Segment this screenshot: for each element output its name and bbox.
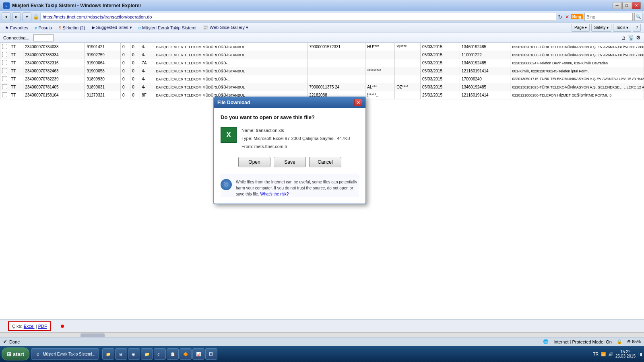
- row-checkbox[interactable]: [2, 52, 7, 57]
- branch-cell: BAHÇELİEVLER TELEKOM MÜDÜRLÜĞÜ-İSTANBUL: [154, 43, 308, 51]
- close-button[interactable]: ✕: [632, 2, 641, 9]
- file-download-dialog: File Download ✕ Do you want to open or s…: [213, 97, 366, 204]
- printer-icon[interactable]: 🖨: [621, 35, 626, 41]
- globe-icon: 🌐: [543, 339, 549, 344]
- taskbar-item-2[interactable]: 🖥: [115, 348, 127, 360]
- web-slice-icon: 📰: [203, 25, 208, 30]
- brand-cell: TT: [9, 43, 23, 51]
- show-desktop-icon[interactable]: ▮: [638, 352, 642, 356]
- brand-cell: TT: [9, 51, 23, 59]
- col3-cell: 0: [121, 91, 130, 99]
- help-button[interactable]: ?: [633, 24, 641, 32]
- col3-cell: 0: [121, 51, 130, 59]
- minimize-button[interactable]: ─: [613, 2, 621, 9]
- taskbar-ie-item[interactable]: e Müşteri Evrak Takip Sistemi...: [31, 348, 99, 360]
- num-cell: 13460192485: [460, 43, 510, 51]
- name1-cell: [365, 59, 395, 67]
- maximize-button[interactable]: □: [622, 2, 631, 9]
- safety-button[interactable]: Safety ▾: [591, 24, 611, 32]
- date-cell: 05/03/2015: [420, 83, 460, 91]
- address-input[interactable]: [41, 13, 556, 21]
- dialog-question: Do you want to open or save this file?: [221, 114, 359, 120]
- taskbar-item-4[interactable]: 📁: [141, 348, 153, 360]
- pdf-link[interactable]: PDF: [38, 324, 47, 329]
- taskbar-item-8[interactable]: 📊: [192, 348, 204, 360]
- num-cell: 121160191414: [460, 91, 510, 99]
- name2-cell: [395, 59, 421, 67]
- taskbar-item-7[interactable]: 🔶: [180, 348, 192, 360]
- horizontal-scrollbar[interactable]: [80, 333, 105, 337]
- stop-icon[interactable]: ✕: [565, 14, 569, 20]
- taskbar-icon-2: 🖥: [119, 352, 123, 356]
- table-row: TT 234000070784038 91901421 0 0 4- BAHÇE…: [0, 43, 644, 51]
- clock-time: 15:22: [620, 350, 630, 354]
- tools-button[interactable]: Tools ▾: [613, 24, 631, 32]
- windows-logo: ⊞: [7, 351, 11, 357]
- cancel-button[interactable]: Cancel: [309, 157, 341, 167]
- taskbar-item-6[interactable]: 📋: [167, 348, 179, 360]
- num-cell: 13460192485: [460, 59, 510, 67]
- favorites-button[interactable]: ★ Favorites: [3, 25, 30, 31]
- open-button[interactable]: Open: [238, 157, 270, 167]
- taskbar-item-5[interactable]: e: [154, 348, 166, 360]
- taskbar-item-1[interactable]: 📁: [102, 348, 114, 360]
- settings-icon[interactable]: ⚙: [636, 35, 641, 41]
- row-checkbox[interactable]: [2, 68, 7, 73]
- start-button[interactable]: ⊞ start: [2, 348, 29, 360]
- date-cell: 25/02/2015: [420, 91, 460, 99]
- col3-cell: 0: [121, 83, 130, 91]
- row-checkbox[interactable]: [2, 92, 7, 97]
- taskbar-item-3[interactable]: ◉: [128, 348, 140, 360]
- search-input[interactable]: [584, 13, 633, 21]
- branch-cell: BAHÇELİEVLER TELEKOM MÜDÜRLÜĞÜ-İSTANBUL: [154, 67, 308, 75]
- desc-cell: 001-Kimlik, 0220120708245-Telefon İptal …: [510, 67, 644, 75]
- status-input[interactable]: [33, 34, 54, 41]
- favorites-sirketim[interactable]: S Şirketim (2): [57, 25, 87, 31]
- web-slice-gallery[interactable]: 📰 Web Slice Gallery ▾: [201, 25, 250, 31]
- taskbar: ⊞ start e Müşteri Evrak Takip Sistemi...…: [0, 346, 644, 362]
- file-name: transaction.xls: [256, 128, 284, 133]
- row-checkbox[interactable]: [2, 44, 7, 49]
- taskbar-item-9[interactable]: 🎞: [205, 348, 217, 360]
- row-checkbox[interactable]: [2, 84, 7, 89]
- suggested-sites[interactable]: ▶ Suggested Sites ▾: [90, 25, 134, 31]
- num-cell: 13460192485: [460, 83, 510, 91]
- name2-cell: [395, 51, 421, 59]
- branch-cell: BAHÇELİEVLER TELEKOM MÜDÜRLÜĞÜ-...: [154, 75, 308, 83]
- tel-cell: [308, 75, 365, 83]
- id1-cell: 234000070784038: [23, 43, 85, 51]
- refresh-icon[interactable]: ↻: [558, 14, 563, 20]
- id2-cell: 91902759: [85, 51, 121, 59]
- num-cell: 110001222: [460, 51, 510, 59]
- rss-icon[interactable]: 📡: [628, 35, 634, 41]
- row-checkbox[interactable]: [2, 76, 7, 81]
- status-right: 🌐 Internet | Protected Mode: On 🔒 ⊕ 85%: [543, 339, 641, 344]
- row-checkbox[interactable]: [2, 60, 7, 65]
- risk-link[interactable]: What's the risk?: [260, 192, 289, 196]
- id2-cell: 91901421: [85, 43, 121, 51]
- back-button[interactable]: ◄: [2, 12, 10, 21]
- col5-cell: 4-: [140, 51, 154, 59]
- excel-link[interactable]: Excel: [24, 324, 35, 329]
- musteri-icon: e: [138, 25, 141, 30]
- lang-indicator: TR: [593, 352, 599, 356]
- forward-button[interactable]: ►: [12, 12, 21, 21]
- output-box: Çıktı: Excel | PDF: [8, 321, 51, 331]
- lock-status-icon: 🔒: [617, 339, 622, 344]
- col5-cell: 4-: [140, 43, 154, 51]
- dropdown-button[interactable]: ▼: [23, 12, 31, 21]
- musteri-evrak-fav[interactable]: e Müşteri Evrak Takip Sistemi: [137, 25, 198, 31]
- shield-icon: 🛡: [221, 179, 232, 190]
- col4-cell: 0: [130, 43, 140, 51]
- done-text: Done: [9, 339, 20, 344]
- desc-cell: 0220130201600-TÜRK TELEKOMÜNİKASYON A.Ş.…: [510, 51, 644, 59]
- sirketim-icon: S: [58, 25, 61, 30]
- search-button[interactable]: 🔍: [634, 13, 642, 21]
- dialog-close-button[interactable]: ✕: [354, 99, 362, 106]
- tel-cell: 79000001572331: [308, 43, 365, 51]
- favorites-posula[interactable]: e Posula: [33, 25, 54, 31]
- save-button[interactable]: Save: [274, 157, 306, 167]
- taskbar-icon-5: e: [157, 352, 160, 356]
- page-button[interactable]: Page ▾: [572, 24, 590, 32]
- status-left: ✔ Done: [3, 339, 20, 344]
